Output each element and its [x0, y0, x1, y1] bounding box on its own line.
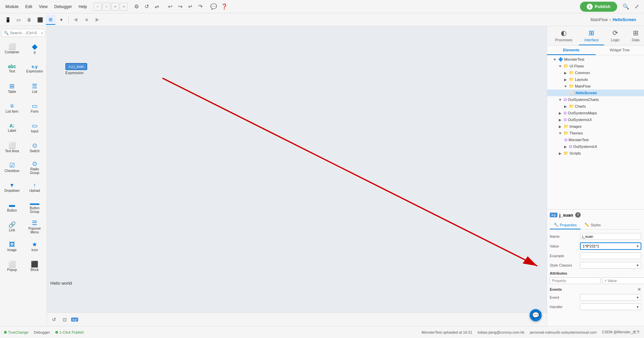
tab-interface[interactable]: ⊞ Interface — [579, 26, 604, 45]
search-input[interactable] — [10, 31, 37, 35]
attr-property-input[interactable] — [550, 277, 601, 284]
menu-help[interactable]: Help — [76, 3, 90, 10]
tree-arrow-outsystems-maps[interactable]: ▶ — [558, 111, 562, 115]
nav-forward-btn[interactable]: › — [102, 3, 110, 11]
settings-btn[interactable]: ⚙ — [132, 2, 141, 11]
widget-block[interactable]: ⬛ Block — [24, 257, 46, 276]
one-click-label[interactable]: 1-Click Publish — [59, 330, 84, 334]
search-top-btn[interactable]: 🔍 — [621, 2, 631, 11]
widget-link[interactable]: 🔗 Link — [1, 218, 23, 236]
tree-item-ui-flows[interactable]: ▼ 📁 UI Flows — [547, 63, 644, 69]
tree-item-charts[interactable]: ▶ 📁 Charts — [547, 103, 644, 110]
tab-processes[interactable]: ◐ Processes — [550, 26, 578, 45]
tree-item-monster-test-theme[interactable]: ⊙ MonsterTest — [547, 136, 644, 143]
align-center-btn[interactable]: ≡ — [82, 15, 92, 25]
style-classes-select[interactable] — [580, 262, 641, 269]
canvas-fit-btn[interactable]: ⊡ — [60, 315, 69, 324]
widget-container[interactable]: ⬜ Container — [1, 40, 23, 58]
tree-item-mainflow[interactable]: ▼ 📁 MainFlow — [547, 83, 644, 90]
widget-upload[interactable]: ↑ Upload — [24, 178, 46, 196]
stab-properties[interactable]: 🔧 Properties — [550, 221, 581, 229]
attr-value-input[interactable] — [602, 277, 644, 284]
maximize-btn[interactable]: ⤢ — [632, 2, 641, 11]
back-btn2[interactable]: ↵ — [185, 2, 195, 11]
tree-item-monster-test[interactable]: ▼ 🔷 MonsterTest — [547, 56, 644, 63]
nav-back2-btn[interactable]: ‹‹ — [111, 3, 119, 11]
widget-form[interactable]: ▭ Form — [24, 99, 46, 117]
widget-textarea[interactable]: ⬜ Text Area — [1, 138, 23, 157]
nav-back-btn[interactable]: ‹ — [94, 3, 102, 11]
publish-button[interactable]: 1 Publish — [580, 2, 617, 12]
comment-btn[interactable]: 💬 — [209, 2, 218, 11]
refresh-btn[interactable]: ↺ — [142, 2, 151, 11]
tab-widget-tree[interactable]: Widget Tree — [596, 46, 644, 55]
widget-expression[interactable]: x.y Expression — [24, 59, 46, 78]
menu-debugger[interactable]: Debugger — [52, 3, 75, 10]
widget-text[interactable]: abc Text — [1, 59, 23, 78]
tree-item-outsystems-ui-theme[interactable]: ▶ ⊙ OutSystemsUI — [547, 143, 644, 150]
menu-edit[interactable]: Edit — [22, 3, 35, 10]
tree-item-themes[interactable]: ▼ 📁 Themes — [547, 130, 644, 136]
help-question-btn[interactable]: ❓ — [220, 2, 229, 11]
nav-forward2-btn[interactable]: ›› — [120, 3, 128, 11]
collapse-panel-btn[interactable]: ‹ — [41, 30, 43, 36]
handler-select[interactable] — [580, 303, 641, 310]
tree-arrow-monster-test[interactable]: ▼ — [552, 57, 557, 62]
canvas-area[interactable]: x.y j_suan Expression Hello world — [47, 26, 547, 326]
tree-item-outsystems-charts[interactable]: ▼ ⊙ OutSystemsCharts — [547, 96, 644, 103]
widget-input[interactable]: ▭ Input — [24, 119, 46, 137]
view-custom-btn[interactable]: ⊞ — [46, 15, 56, 25]
align-right-btn[interactable]: ⫸ — [92, 15, 102, 25]
tree-item-images[interactable]: ▶ 📁 Images — [547, 123, 644, 130]
tree-arrow-outsystems-ui-theme[interactable]: ▶ — [563, 144, 568, 149]
breadcrumb-flow[interactable]: MainFlow — [591, 17, 608, 22]
tab-data[interactable]: ⊞ Data — [626, 26, 644, 45]
name-input[interactable] — [580, 233, 641, 240]
widget-popover-menu[interactable]: ☰ Popover Menu — [24, 218, 46, 236]
widget-table[interactable]: ⊞ Table — [1, 79, 23, 98]
align-left-btn[interactable]: ⫷ — [71, 15, 81, 25]
canvas-refresh-btn[interactable]: ↺ — [50, 315, 58, 324]
animate-btn[interactable]: ✦ — [56, 15, 66, 25]
tree-arrow-themes[interactable]: ▼ — [558, 131, 562, 135]
undo-btn[interactable]: ↩ — [165, 2, 175, 11]
value-input[interactable] — [580, 242, 641, 250]
view-wide-btn[interactable]: ⬛ — [35, 15, 45, 25]
tree-arrow-outsystems-charts[interactable]: ▼ — [558, 97, 562, 102]
tree-arrow-scripts[interactable]: ▶ — [558, 151, 562, 156]
widget-if[interactable]: ◆ If — [24, 40, 46, 58]
widget-list-item[interactable]: ≡ List Item — [1, 99, 23, 117]
tab-logic[interactable]: ⟳ Logic — [605, 26, 625, 45]
menu-view[interactable]: View — [36, 3, 50, 10]
widget-button[interactable]: ▬ Button — [1, 198, 23, 216]
chat-bubble[interactable]: 💬 — [530, 309, 542, 321]
tree-item-scripts[interactable]: ▶ 📁 Scripts — [547, 150, 644, 157]
widget-icon-item[interactable]: ★ Icon — [24, 237, 46, 256]
tree-item-common[interactable]: ▶ 📁 Common — [547, 69, 644, 76]
view-desktop-btn[interactable]: 🖥 — [24, 15, 34, 25]
truechange-label[interactable]: TrueChange — [8, 330, 29, 334]
events-close-btn[interactable]: ✕ — [637, 287, 641, 292]
tree-arrow-ui-flows[interactable]: ▼ — [558, 64, 562, 68]
tree-arrow-outsystems-ui[interactable]: ▶ — [558, 117, 562, 122]
tree-arrow-common[interactable]: ▶ — [563, 70, 568, 75]
tree-item-helloscreen[interactable]: ⬜ HelloScreen — [547, 90, 644, 96]
tree-item-outsystems-ui[interactable]: ▶ ⊙ OutSystemsUI — [547, 116, 644, 123]
status-debugger[interactable]: Debugger — [34, 330, 50, 334]
tree-arrow-images[interactable]: ▶ — [558, 124, 562, 129]
extend-btn[interactable]: ⇌ — [152, 2, 161, 11]
tree-arrow-layouts[interactable]: ▶ — [563, 77, 568, 82]
widget-popup[interactable]: ⬜ Popup — [1, 257, 23, 276]
widget-list[interactable]: ☰ List — [24, 79, 46, 98]
help-icon[interactable]: ? — [575, 212, 581, 218]
example-input[interactable] — [580, 252, 641, 259]
event-select[interactable] — [580, 294, 641, 301]
view-tablet-btn[interactable]: ▭ — [13, 15, 23, 25]
canvas-expression-widget[interactable]: x.y j_suan — [65, 63, 87, 70]
tree-arrow-charts[interactable]: ▶ — [563, 104, 568, 109]
breadcrumb-screen[interactable]: HelloScreen — [613, 17, 636, 22]
tree-item-outsystems-maps[interactable]: ▶ ⊙ OutSystemsMaps — [547, 110, 644, 116]
widget-switch[interactable]: ⊙ Switch — [24, 138, 46, 157]
stab-styles[interactable]: ✏️ Styles — [581, 221, 605, 229]
widget-image[interactable]: 🖼 Image — [1, 237, 23, 256]
